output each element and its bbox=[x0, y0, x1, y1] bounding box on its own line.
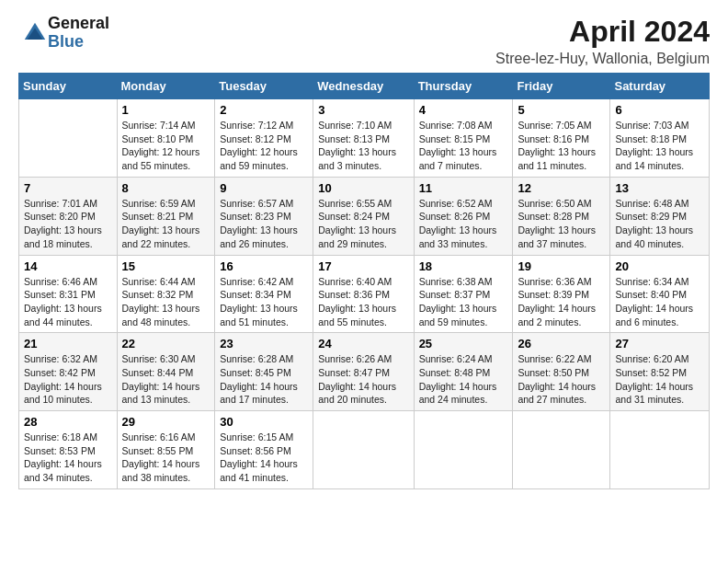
day-info: Sunrise: 7:12 AM Sunset: 8:12 PM Dayligh… bbox=[220, 119, 308, 173]
cell-4-4 bbox=[414, 411, 513, 489]
cell-0-4: 4Sunrise: 7:08 AM Sunset: 8:15 PM Daylig… bbox=[414, 99, 513, 178]
day-info: Sunrise: 6:28 AM Sunset: 8:45 PM Dayligh… bbox=[220, 352, 308, 407]
cell-0-1: 1Sunrise: 7:14 AM Sunset: 8:10 PM Daylig… bbox=[117, 99, 215, 178]
day-info: Sunrise: 7:05 AM Sunset: 8:16 PM Dayligh… bbox=[518, 119, 605, 173]
day-info: Sunrise: 7:08 AM Sunset: 8:15 PM Dayligh… bbox=[419, 119, 508, 173]
day-info: Sunrise: 6:57 AM Sunset: 8:23 PM Dayligh… bbox=[220, 197, 308, 251]
cell-4-6 bbox=[610, 411, 710, 489]
day-info: Sunrise: 6:16 AM Sunset: 8:55 PM Dayligh… bbox=[122, 431, 210, 485]
day-info: Sunrise: 7:03 AM Sunset: 8:18 PM Dayligh… bbox=[615, 119, 704, 173]
day-info: Sunrise: 6:18 AM Sunset: 8:53 PM Dayligh… bbox=[24, 431, 112, 485]
day-number: 7 bbox=[24, 181, 112, 195]
day-info: Sunrise: 6:32 AM Sunset: 8:42 PM Dayligh… bbox=[24, 352, 112, 407]
logo-icon bbox=[22, 20, 48, 46]
day-info: Sunrise: 6:48 AM Sunset: 8:29 PM Dayligh… bbox=[615, 197, 704, 251]
header: General Blue April 2024 Stree-lez-Huy, W… bbox=[18, 15, 710, 67]
cell-4-3 bbox=[313, 411, 414, 489]
header-friday: Friday bbox=[513, 74, 610, 99]
day-info: Sunrise: 6:50 AM Sunset: 8:28 PM Dayligh… bbox=[518, 197, 605, 251]
day-number: 15 bbox=[122, 259, 210, 273]
day-number: 26 bbox=[518, 337, 605, 350]
cell-0-6: 6Sunrise: 7:03 AM Sunset: 8:18 PM Daylig… bbox=[610, 99, 710, 178]
day-number: 25 bbox=[419, 337, 508, 350]
cell-1-1: 8Sunrise: 6:59 AM Sunset: 8:21 PM Daylig… bbox=[117, 177, 215, 255]
day-info: Sunrise: 6:30 AM Sunset: 8:44 PM Dayligh… bbox=[122, 352, 210, 407]
logo-blue-text: Blue bbox=[48, 33, 109, 52]
day-info: Sunrise: 7:14 AM Sunset: 8:10 PM Dayligh… bbox=[122, 119, 210, 173]
day-number: 10 bbox=[318, 181, 408, 195]
cell-3-3: 24Sunrise: 6:26 AM Sunset: 8:47 PM Dayli… bbox=[313, 333, 414, 411]
day-number: 12 bbox=[518, 181, 605, 195]
day-info: Sunrise: 6:46 AM Sunset: 8:31 PM Dayligh… bbox=[24, 275, 112, 329]
day-info: Sunrise: 6:26 AM Sunset: 8:47 PM Dayligh… bbox=[318, 352, 408, 407]
day-info: Sunrise: 6:42 AM Sunset: 8:34 PM Dayligh… bbox=[220, 275, 308, 329]
day-number: 1 bbox=[122, 103, 210, 117]
week-row-4: 28Sunrise: 6:18 AM Sunset: 8:53 PM Dayli… bbox=[19, 411, 710, 489]
page: General Blue April 2024 Stree-lez-Huy, W… bbox=[0, 0, 728, 499]
calendar-body: 1Sunrise: 7:14 AM Sunset: 8:10 PM Daylig… bbox=[19, 99, 710, 489]
day-info: Sunrise: 6:36 AM Sunset: 8:39 PM Dayligh… bbox=[518, 275, 605, 329]
cell-4-0: 28Sunrise: 6:18 AM Sunset: 8:53 PM Dayli… bbox=[19, 411, 118, 489]
cell-3-6: 27Sunrise: 6:20 AM Sunset: 8:52 PM Dayli… bbox=[610, 333, 710, 411]
cell-0-5: 5Sunrise: 7:05 AM Sunset: 8:16 PM Daylig… bbox=[513, 99, 610, 178]
day-info: Sunrise: 6:22 AM Sunset: 8:50 PM Dayligh… bbox=[518, 352, 605, 407]
cell-2-6: 20Sunrise: 6:34 AM Sunset: 8:40 PM Dayli… bbox=[610, 255, 710, 333]
day-info: Sunrise: 6:15 AM Sunset: 8:56 PM Dayligh… bbox=[220, 431, 308, 485]
cell-2-5: 19Sunrise: 6:36 AM Sunset: 8:39 PM Dayli… bbox=[513, 255, 610, 333]
day-number: 22 bbox=[122, 337, 210, 350]
week-row-0: 1Sunrise: 7:14 AM Sunset: 8:10 PM Daylig… bbox=[19, 99, 710, 178]
day-info: Sunrise: 6:59 AM Sunset: 8:21 PM Dayligh… bbox=[122, 197, 210, 251]
cell-3-4: 25Sunrise: 6:24 AM Sunset: 8:48 PM Dayli… bbox=[414, 333, 513, 411]
header-tuesday: Tuesday bbox=[215, 74, 313, 99]
week-row-3: 21Sunrise: 6:32 AM Sunset: 8:42 PM Dayli… bbox=[19, 333, 710, 411]
day-number: 19 bbox=[518, 259, 605, 273]
day-number: 11 bbox=[419, 181, 508, 195]
day-number: 3 bbox=[318, 103, 408, 117]
day-info: Sunrise: 6:52 AM Sunset: 8:26 PM Dayligh… bbox=[419, 197, 508, 251]
cell-2-3: 17Sunrise: 6:40 AM Sunset: 8:36 PM Dayli… bbox=[313, 255, 414, 333]
logo: General Blue bbox=[18, 15, 109, 52]
day-number: 21 bbox=[24, 337, 112, 350]
day-number: 8 bbox=[122, 181, 210, 195]
cell-2-0: 14Sunrise: 6:46 AM Sunset: 8:31 PM Dayli… bbox=[19, 255, 118, 333]
cell-0-2: 2Sunrise: 7:12 AM Sunset: 8:12 PM Daylig… bbox=[215, 99, 313, 178]
day-number: 4 bbox=[419, 103, 508, 117]
week-row-2: 14Sunrise: 6:46 AM Sunset: 8:31 PM Dayli… bbox=[19, 255, 710, 333]
cell-2-2: 16Sunrise: 6:42 AM Sunset: 8:34 PM Dayli… bbox=[215, 255, 313, 333]
header-sunday: Sunday bbox=[19, 74, 118, 99]
day-info: Sunrise: 6:40 AM Sunset: 8:36 PM Dayligh… bbox=[318, 275, 408, 329]
logo-text: General Blue bbox=[48, 15, 109, 52]
day-number: 2 bbox=[220, 103, 308, 117]
day-info: Sunrise: 6:34 AM Sunset: 8:40 PM Dayligh… bbox=[615, 275, 704, 329]
day-info: Sunrise: 6:55 AM Sunset: 8:24 PM Dayligh… bbox=[318, 197, 408, 251]
day-number: 30 bbox=[220, 415, 308, 429]
day-info: Sunrise: 6:20 AM Sunset: 8:52 PM Dayligh… bbox=[615, 352, 704, 407]
cell-3-5: 26Sunrise: 6:22 AM Sunset: 8:50 PM Dayli… bbox=[513, 333, 610, 411]
main-title: April 2024 bbox=[495, 15, 710, 49]
cell-4-5 bbox=[513, 411, 610, 489]
cell-2-1: 15Sunrise: 6:44 AM Sunset: 8:32 PM Dayli… bbox=[117, 255, 215, 333]
day-number: 13 bbox=[615, 181, 704, 195]
cell-1-2: 9Sunrise: 6:57 AM Sunset: 8:23 PM Daylig… bbox=[215, 177, 313, 255]
header-monday: Monday bbox=[117, 74, 215, 99]
day-info: Sunrise: 7:01 AM Sunset: 8:20 PM Dayligh… bbox=[24, 197, 112, 251]
cell-3-1: 22Sunrise: 6:30 AM Sunset: 8:44 PM Dayli… bbox=[117, 333, 215, 411]
cell-1-5: 12Sunrise: 6:50 AM Sunset: 8:28 PM Dayli… bbox=[513, 177, 610, 255]
day-info: Sunrise: 7:10 AM Sunset: 8:13 PM Dayligh… bbox=[318, 119, 408, 173]
header-thursday: Thursday bbox=[414, 74, 513, 99]
cell-1-3: 10Sunrise: 6:55 AM Sunset: 8:24 PM Dayli… bbox=[313, 177, 414, 255]
cell-3-0: 21Sunrise: 6:32 AM Sunset: 8:42 PM Dayli… bbox=[19, 333, 118, 411]
calendar-table: Sunday Monday Tuesday Wednesday Thursday… bbox=[18, 73, 710, 489]
cell-1-0: 7Sunrise: 7:01 AM Sunset: 8:20 PM Daylig… bbox=[19, 177, 118, 255]
day-info: Sunrise: 6:44 AM Sunset: 8:32 PM Dayligh… bbox=[122, 275, 210, 329]
day-number: 28 bbox=[24, 415, 112, 429]
cell-1-6: 13Sunrise: 6:48 AM Sunset: 8:29 PM Dayli… bbox=[610, 177, 710, 255]
header-saturday: Saturday bbox=[610, 74, 710, 99]
subtitle: Stree-lez-Huy, Wallonia, Belgium bbox=[495, 51, 710, 67]
day-number: 17 bbox=[318, 259, 408, 273]
cell-2-4: 18Sunrise: 6:38 AM Sunset: 8:37 PM Dayli… bbox=[414, 255, 513, 333]
header-row: Sunday Monday Tuesday Wednesday Thursday… bbox=[19, 74, 710, 99]
day-number: 27 bbox=[615, 337, 704, 350]
logo-general-text: General bbox=[48, 15, 109, 33]
day-number: 20 bbox=[615, 259, 704, 273]
